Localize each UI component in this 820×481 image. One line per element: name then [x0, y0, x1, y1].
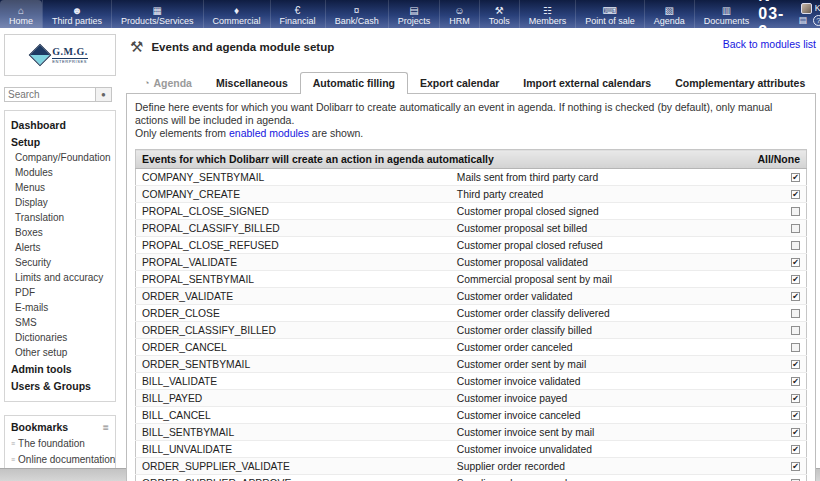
search-button[interactable]: ●	[96, 87, 112, 102]
sidebar-item-translation[interactable]: Translation	[5, 210, 115, 225]
event-label: Customer invoice validated	[451, 373, 752, 390]
event-checkbox-cell	[751, 203, 806, 220]
event-label: Supplier order recorded	[451, 458, 752, 475]
sidebar-item-setup[interactable]: Setup	[5, 133, 115, 150]
sidebar-item-pdf[interactable]: PDF	[5, 285, 115, 300]
event-code: BILL_SENTBYMAIL	[136, 424, 451, 441]
sidebar-item-sms[interactable]: SMS	[5, 315, 115, 330]
tab-import-external-calendars[interactable]: Import external calendars	[511, 73, 663, 93]
event-checkbox-company-create[interactable]: ✔	[791, 190, 800, 199]
company-logo[interactable]: G.M.G. ENTERPRISES	[4, 34, 116, 76]
event-checkbox-order-classify-billed[interactable]	[791, 326, 800, 335]
event-checkbox-cell: ✔	[751, 288, 806, 305]
topnav-label: Third parties	[52, 16, 102, 26]
tab-label: Automatic filling	[313, 77, 395, 89]
event-checkbox-propal-classify-billed[interactable]	[791, 224, 800, 233]
event-row-order-close: ORDER_CLOSECustomer order classify deliv…	[136, 305, 807, 322]
event-checkbox-propal-sentbymail[interactable]: ✔	[791, 275, 800, 284]
topnav-item-agenda[interactable]: ▧Agenda	[644, 0, 694, 28]
event-checkbox-bill-validate[interactable]: ✔	[791, 377, 800, 386]
topnav-label: Home	[9, 16, 33, 26]
event-checkbox-bill-payed[interactable]: ✔	[791, 394, 800, 403]
event-checkbox-cell: ✔	[751, 441, 806, 458]
event-row-propal-close-signed: PROPAL_CLOSE_SIGNEDCustomer propal close…	[136, 203, 807, 220]
sidebar-item-other-setup[interactable]: Other setup	[5, 345, 115, 360]
tab-export-calendar[interactable]: Export calendar	[408, 73, 511, 93]
event-code: BILL_VALIDATE	[136, 373, 451, 390]
tab-agenda[interactable]: ◔Agenda	[132, 73, 204, 93]
event-code: COMPANY_SENTBYMAIL	[136, 169, 451, 186]
topnav-item-commercial[interactable]: ♦Commercial	[203, 0, 270, 28]
topnav-item-home[interactable]: ⌂Home	[0, 0, 42, 28]
event-checkbox-propal-close-signed[interactable]	[791, 207, 800, 216]
sidebar-item-boxes[interactable]: Boxes	[5, 225, 115, 240]
tab-label: Complementary attributes	[675, 77, 805, 89]
topnav-item-projects[interactable]: ▤Projects	[388, 0, 440, 28]
sidebar-item-limits-and-accuracy[interactable]: Limits and accuracy	[5, 270, 115, 285]
event-checkbox-order-validate[interactable]: ✔	[791, 292, 800, 301]
event-checkbox-bill-unvalidate[interactable]: ✔	[791, 445, 800, 454]
sidebar-item-menus[interactable]: Menus	[5, 180, 115, 195]
help-icon[interactable]: ?	[813, 15, 820, 26]
event-checkbox-bill-sentbymail[interactable]: ✔	[791, 428, 800, 437]
event-checkbox-cell	[751, 475, 806, 481]
tab-complementary-attributes[interactable]: Complementary attributes	[663, 73, 817, 93]
event-checkbox-order-cancel[interactable]	[791, 343, 800, 352]
sidebar-item-display[interactable]: Display	[5, 195, 115, 210]
back-to-modules-link[interactable]: Back to modules list	[723, 38, 816, 50]
event-checkbox-propal-close-refused[interactable]	[791, 241, 800, 250]
all-none-toggle[interactable]: All/None	[751, 150, 806, 169]
sidebar-item-dashboard[interactable]: Dashboard	[5, 116, 115, 133]
event-label: Customer invoice sent by mail	[451, 424, 752, 441]
bookmarks-edit-icon[interactable]: ≣	[102, 423, 109, 432]
sidebar-menu: DashboardSetupCompany/FoundationModulesM…	[4, 110, 116, 402]
topnav-item-third-parties[interactable]: ☻Third parties	[42, 0, 111, 28]
bookmark-item-the-foundation[interactable]: ≡The foundation	[5, 435, 115, 451]
sidebar-item-dictionaries[interactable]: Dictionaries	[5, 330, 115, 345]
printer-icon[interactable]: ▤	[798, 15, 807, 26]
sidebar-item-modules[interactable]: Modules	[5, 165, 115, 180]
bank-icon: ¤	[354, 5, 360, 16]
description-text: Define here events for which you want Do…	[135, 101, 807, 140]
tab-label: Import external calendars	[523, 77, 651, 89]
events-table-header-row: Events for which Dolibarr will create an…	[136, 150, 807, 169]
tab-automatic-filling[interactable]: Automatic filling	[300, 72, 408, 94]
event-checkbox-order-close[interactable]	[791, 309, 800, 318]
logo-text: G.M.G.	[52, 47, 88, 57]
event-row-order-cancel: ORDER_CANCELCustomer order canceled	[136, 339, 807, 356]
event-checkbox-bill-cancel[interactable]: ✔	[791, 411, 800, 420]
bookmark-item-online-documentation[interactable]: ≡Online documentation	[5, 451, 115, 467]
event-checkbox-order-sentbymail[interactable]: ✔	[791, 360, 800, 369]
topnav-item-products-services[interactable]: ▦Products/Services	[111, 0, 203, 28]
documents-icon: ▥	[722, 5, 731, 16]
topnav-label: Projects	[398, 16, 431, 26]
user-avatar[interactable]	[801, 3, 812, 14]
event-label: Customer order classify billed	[451, 322, 752, 339]
sidebar-item-admin-tools[interactable]: Admin tools	[5, 360, 115, 377]
sidebar-item-users-groups[interactable]: Users & Groups	[5, 377, 115, 394]
topnav-item-point-of-sale[interactable]: ⌨Point of sale	[575, 0, 644, 28]
enabled-modules-link[interactable]: enabled modules	[229, 127, 309, 139]
event-row-order-sentbymail: ORDER_SENTBYMAILCustomer order sent by m…	[136, 356, 807, 373]
search-input[interactable]	[4, 87, 96, 102]
user-menu[interactable]: Karen	[801, 3, 820, 14]
instance-label: N-03-2	[758, 0, 784, 41]
topnav-item-hrm[interactable]: ☺HRM	[439, 0, 479, 28]
event-code: ORDER_SUPPLIER_VALIDATE	[136, 458, 451, 475]
event-checkbox-company-sentbymail[interactable]: ✔	[791, 173, 800, 182]
event-checkbox-propal-validate[interactable]: ✔	[791, 258, 800, 267]
sidebar-item-security[interactable]: Security	[5, 255, 115, 270]
projects-icon: ▤	[409, 5, 418, 16]
sidebar-item-company-foundation[interactable]: Company/Foundation	[5, 150, 115, 165]
sidebar-item-e-mails[interactable]: E-mails	[5, 300, 115, 315]
event-row-order-supplier-approve: ORDER_SUPPLIER_APPROVESupplier order app…	[136, 475, 807, 481]
topnav-item-members[interactable]: ☷Members	[519, 0, 576, 28]
topnav-item-documents[interactable]: ▥Documents	[694, 0, 759, 28]
topnav-item-tools[interactable]: ⚒Tools	[479, 0, 519, 28]
event-checkbox-order-supplier-validate[interactable]: ✔	[791, 462, 800, 471]
topnav-label: HRM	[449, 16, 470, 26]
topnav-item-bank-cash[interactable]: ¤Bank/Cash	[325, 0, 388, 28]
sidebar-item-alerts[interactable]: Alerts	[5, 240, 115, 255]
tab-miscellaneous[interactable]: Miscellaneous	[204, 73, 300, 93]
topnav-item-financial[interactable]: €Financial	[270, 0, 325, 28]
